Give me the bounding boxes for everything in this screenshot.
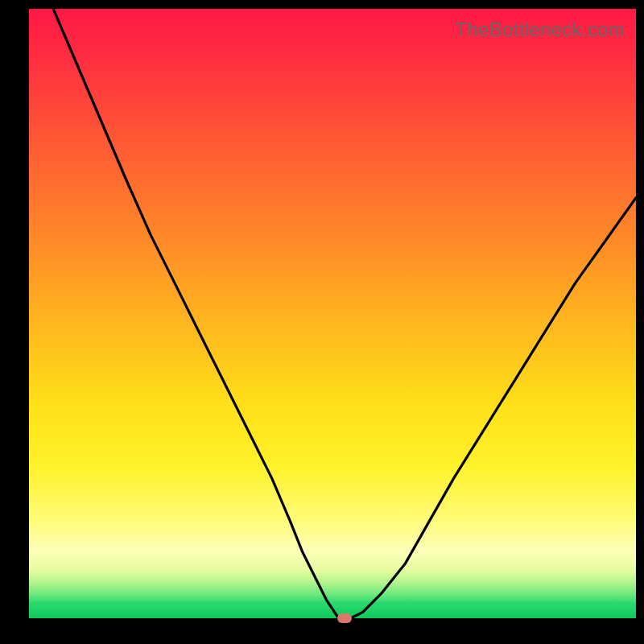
plot-area: TheBottleneck.com: [29, 9, 636, 618]
chart-stage: TheBottleneck.com: [0, 0, 644, 644]
bottleneck-curve: [29, 9, 636, 618]
optimal-point-marker: [337, 613, 352, 623]
watermark-text: TheBottleneck.com: [455, 19, 625, 41]
